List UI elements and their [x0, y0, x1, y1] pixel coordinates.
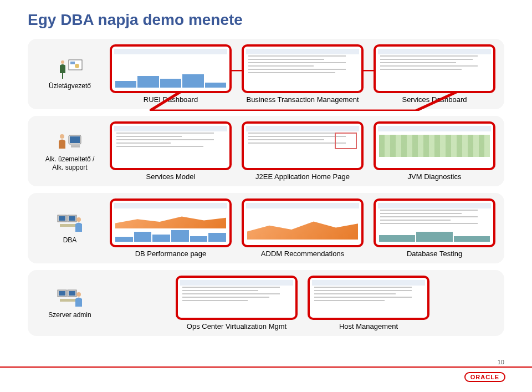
panel-label: Services Model: [146, 172, 196, 181]
panel-label: Host Management: [339, 322, 398, 330]
role-label: DBA: [63, 236, 77, 245]
panels-row2: Services Model J2EE Application Home Pag…: [110, 121, 495, 181]
panel-ruei-dashboard: RUEI Dashboard: [110, 44, 232, 104]
panel-label: Services Dashboard: [402, 95, 467, 104]
svg-rect-11: [69, 216, 75, 221]
screenshot-thumb: [374, 121, 495, 170]
svg-point-18: [76, 292, 81, 297]
svg-rect-16: [59, 291, 65, 296]
screenshot-thumb: [374, 198, 495, 247]
panel-label: JVM Diagnostics: [408, 172, 462, 181]
panel-host-mgmt: Host Management: [308, 276, 429, 330]
role-server-admin: Szerver admin: [37, 287, 103, 319]
row-server-admin: Szerver admin Ops Center Virtualization …: [28, 270, 504, 336]
oracle-logo-icon: ORACLE: [464, 372, 505, 382]
row-app-operator: Alk. üzemeltető / Alk. support Services …: [28, 116, 504, 186]
slide: Egy DBA napja demo menete Üzletágvezető: [0, 0, 532, 392]
panel-label: RUEI Dashboard: [144, 95, 198, 104]
panels-row1: RUEI Dashboard Business Transaction Mana…: [110, 44, 495, 104]
svg-rect-17: [69, 291, 75, 296]
panel-label: J2EE Application Home Page: [255, 172, 350, 181]
screenshot-thumb: [374, 44, 495, 93]
screenshot-thumb: [308, 276, 429, 320]
svg-point-12: [76, 217, 81, 222]
panel-label: DB Performance page: [135, 250, 207, 258]
person-pc-icon: [57, 131, 83, 153]
role-app-operator: Alk. üzemeltető / Alk. support: [37, 131, 103, 172]
panels-row3: DB Performance page ADDM Recommendations: [110, 198, 495, 258]
panel-label: Ops Center Virtualization Mgmt: [187, 322, 287, 330]
panel-j2ee-home: J2EE Application Home Page: [242, 121, 364, 181]
svg-rect-10: [59, 216, 65, 221]
presenter-icon: [57, 58, 83, 80]
screenshot-thumb: [110, 44, 232, 93]
row-dba: DBA DB Performance page ADDM R: [28, 193, 504, 263]
screenshot-thumb: [110, 121, 232, 170]
row-business-leader: Üzletágvezető RUEI Dashboard Business Tr…: [28, 39, 504, 109]
svg-rect-13: [60, 224, 75, 227]
panels-row4: Ops Center Virtualization Mgmt Host Mana…: [110, 276, 495, 330]
svg-rect-6: [71, 145, 80, 147]
panel-services-dashboard: Services Dashboard: [374, 44, 495, 104]
footer-divider: [0, 366, 532, 368]
screenshot-thumb: [242, 121, 364, 170]
role-business-leader: Üzletágvezető: [37, 58, 103, 90]
svg-rect-19: [60, 299, 75, 302]
panel-label: ADDM Recommendations: [261, 250, 344, 258]
role-label: Szerver admin: [48, 311, 91, 319]
panel-db-performance: DB Performance page: [110, 198, 232, 258]
screenshot-thumb: [242, 198, 364, 247]
panel-ops-center: Ops Center Virtualization Mgmt: [176, 276, 298, 330]
page-number: 10: [498, 359, 504, 365]
svg-rect-5: [70, 136, 80, 143]
slide-title: Egy DBA napja demo menete: [28, 11, 504, 29]
panel-jvm-diagnostics: JVM Diagnostics: [374, 121, 495, 181]
role-dba: DBA: [37, 212, 103, 245]
person-monitors-icon: [57, 287, 83, 309]
panel-db-testing: Database Testing: [374, 198, 495, 258]
svg-rect-2: [70, 62, 75, 64]
svg-point-3: [75, 64, 79, 68]
panel-services-model: Services Model: [110, 121, 232, 181]
screenshot-thumb: [110, 198, 232, 247]
panel-btm: Business Transaction Management: [242, 44, 364, 104]
oracle-logo: ORACLE: [464, 372, 505, 382]
panel-addm-rec: ADDM Recommendations: [242, 198, 364, 258]
oracle-logo-text: ORACLE: [470, 374, 499, 380]
panel-label: Business Transaction Management: [246, 95, 359, 104]
panel-label: Database Testing: [407, 250, 462, 258]
svg-point-7: [60, 134, 64, 139]
screenshot-thumb: [176, 276, 298, 320]
role-label: Alk. üzemeltető / Alk. support: [45, 155, 95, 172]
role-label: Üzletágvezető: [49, 82, 91, 90]
person-monitors-icon: [57, 212, 83, 234]
screenshot-thumb: [242, 44, 364, 93]
